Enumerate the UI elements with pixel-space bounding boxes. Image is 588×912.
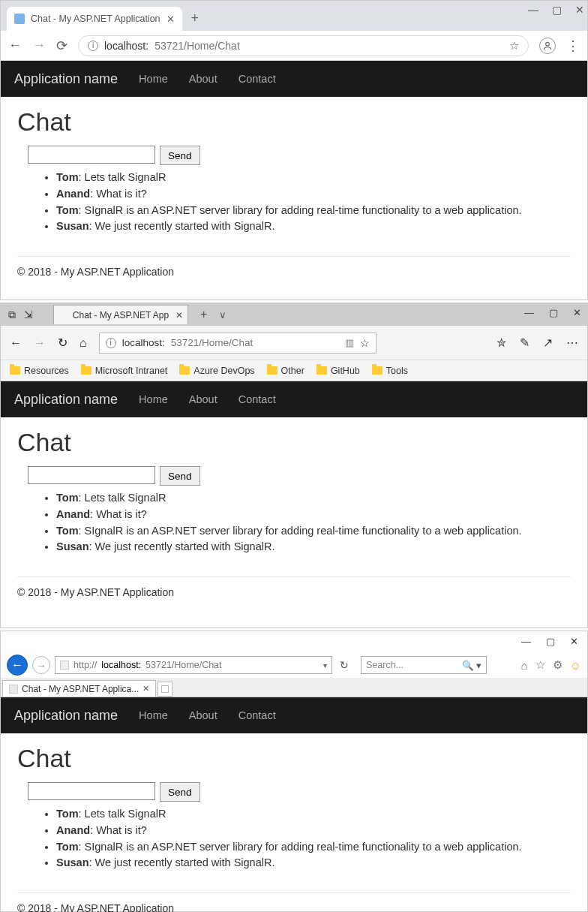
favorites-icon[interactable]: ✮ [496,336,506,350]
favorites-star-icon[interactable]: ☆ [536,658,545,672]
back-icon[interactable]: ← [7,655,28,676]
maximize-icon[interactable]: ▢ [552,4,562,16]
search-icon[interactable]: 🔍 ▾ [462,660,482,671]
close-icon[interactable]: ✕ [176,310,183,321]
message-user: Tom [56,204,79,216]
ie-addressbar: ← → http://localhost:53721/Home/Chat ▾ ↻… [1,652,587,678]
url-proto: http:// [74,660,97,670]
notes-icon[interactable]: ✎ [520,336,530,350]
message-input[interactable] [28,466,155,484]
minimize-icon[interactable]: — [528,4,538,16]
url-rest: 53721/Home/Chat [171,337,254,348]
new-tab-button[interactable] [158,682,172,697]
app-navbar: Application name Home About Contact [1,61,587,97]
ie-tab[interactable]: Chat - My ASP.NET Applica... ✕ [2,680,156,697]
send-button[interactable]: Send [160,782,200,802]
search-input[interactable]: Search... 🔍 ▾ [361,656,487,674]
close-icon[interactable]: ✕ [166,14,175,25]
gear-icon[interactable]: ⚙ [553,658,562,672]
svg-point-0 [546,42,550,46]
message-input[interactable] [28,782,155,800]
message-input[interactable] [28,146,155,164]
minimize-icon[interactable]: — [524,307,534,318]
maximize-icon[interactable]: ▢ [546,636,555,652]
nav-home[interactable]: Home [139,393,168,405]
edge-tab[interactable]: Chat - My ASP.NET App ✕ [53,305,188,324]
page-content: Chat Send Tom: Lets talk SignalRAnand: W… [1,417,587,604]
minimize-icon[interactable]: — [521,636,531,652]
chrome-tab[interactable]: Chat - My ASP.NET Application ✕ [7,7,182,31]
bookmark-github[interactable]: GitHub [316,366,360,376]
nav-contact[interactable]: Contact [238,73,276,85]
reading-view-icon[interactable]: ▥ [345,337,354,348]
url-rest: 53721/Home/Chat [146,660,221,670]
message-user: Tom [56,525,79,537]
reload-icon[interactable]: ↻ [340,659,349,671]
nav-home[interactable]: Home [139,709,168,721]
site-info-icon[interactable]: i [106,338,116,348]
forward-icon[interactable]: → [32,38,46,53]
back-icon[interactable]: ← [10,336,22,350]
address-input[interactable]: http://localhost:53721/Home/Chat ▾ [55,656,332,674]
new-tab-button[interactable]: + [191,11,200,26]
message-user: Tom [56,492,79,504]
feedback-smiley-icon[interactable]: ☺ [570,659,581,672]
brand-label: Application name [14,71,118,87]
forward-icon[interactable]: → [34,336,46,350]
nav-home[interactable]: Home [139,73,168,85]
dropdown-icon[interactable]: ▾ [323,661,327,670]
close-window-icon[interactable]: ✕ [575,4,584,16]
kebab-menu-icon[interactable]: ⋮ [566,38,580,54]
nav-contact[interactable]: Contact [238,393,276,405]
page-content: Chat Send Tom: Lets talk SignalRAnand: W… [1,733,587,912]
message-item: Tom: SIgnalR is an ASP.NET server librar… [56,203,571,219]
home-icon[interactable]: ⌂ [80,336,87,350]
message-user: Anand [56,824,90,836]
share-icon[interactable]: ↗ [543,336,553,350]
tab-preview-icon[interactable]: ∨ [219,309,226,321]
tab-actions-icon[interactable]: ⧉ [5,309,19,321]
reload-icon[interactable]: ↻ [58,336,68,350]
ie-tabstrip: Chat - My ASP.NET Applica... ✕ [1,678,587,697]
maximize-icon[interactable]: ▢ [549,307,558,318]
folder-icon [81,366,92,375]
nav-about[interactable]: About [189,393,218,405]
bookmark-star-icon[interactable]: ☆ [509,39,519,53]
bookmark-resources[interactable]: Resources [10,366,69,376]
chrome-addressbar: ← → ⟳ i localhost:53721/Home/Chat ☆ ⋮ [1,31,587,61]
bookmark-other[interactable]: Other [267,366,304,376]
ie-window: — ▢ ✕ ← → http://localhost:53721/Home/Ch… [0,631,588,912]
bookmark-star-icon[interactable]: ☆ [360,337,370,349]
site-info-icon[interactable]: i [88,41,98,51]
send-button[interactable]: Send [160,466,200,486]
brand-label: Application name [14,392,118,408]
back-icon[interactable]: ← [8,38,22,53]
bookmark-tools[interactable]: Tools [372,366,408,376]
nav-about[interactable]: About [189,709,218,721]
close-window-icon[interactable]: ✕ [570,636,578,652]
nav-about[interactable]: About [189,73,218,85]
message-user: Susan [56,540,89,552]
address-input[interactable]: i localhost:53721/Home/Chat ▥ ☆ [99,333,376,354]
folder-icon [10,366,20,375]
reload-icon[interactable]: ⟳ [56,38,68,54]
new-tab-button[interactable]: + [200,308,207,321]
settings-menu-icon[interactable]: ⋯ [566,336,578,350]
bookmark-azure-devops[interactable]: Azure DevOps [179,366,254,376]
close-window-icon[interactable]: ✕ [573,307,581,318]
bookmark-microsoft-intranet[interactable]: Microsoft Intranet [81,366,168,376]
send-button[interactable]: Send [160,146,200,165]
message-user: Tom [56,841,79,853]
message-item: Tom: Lets talk SignalR [56,806,571,823]
footer-text: © 2018 - My ASP.NET Application [17,902,571,912]
nav-contact[interactable]: Contact [238,709,276,721]
profile-avatar-icon[interactable] [539,38,556,54]
divider [17,892,571,893]
address-input[interactable]: i localhost:53721/Home/Chat ☆ [78,35,529,56]
set-aside-icon[interactable]: ⇲ [22,309,35,321]
close-icon[interactable]: ✕ [142,684,149,694]
messages-list: Tom: Lets talk SignalRAnand: What is it?… [56,170,571,235]
edge-titlebar: ⧉ ⇲ Chat - My ASP.NET App ✕ + ∨ — ▢ ✕ [1,303,587,326]
forward-icon[interactable]: → [32,656,50,674]
home-icon[interactable]: ⌂ [521,659,528,672]
